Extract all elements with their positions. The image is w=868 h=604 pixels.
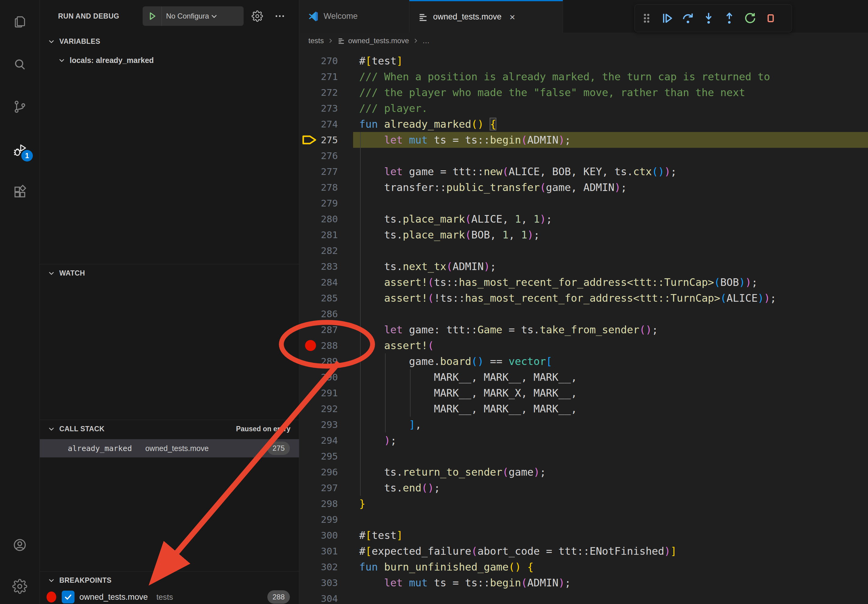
code-line-295[interactable]: 295 [299,448,868,464]
tab-welcome[interactable]: Welcome [299,0,409,33]
code-text[interactable]: assert!(ts::has_most_recent_for_address<… [359,274,758,290]
gutter-margin[interactable] [299,274,316,290]
step-over-icon[interactable] [679,8,697,29]
restart-icon[interactable] [741,8,759,29]
line-number[interactable]: 282 [316,245,338,256]
code-line-277[interactable]: 277 let game = ttt::new(ALICE, BOB, KEY,… [299,164,868,180]
gutter-margin[interactable] [299,69,316,85]
run-and-debug-icon[interactable]: 1 [0,139,40,162]
code-line-300[interactable]: 300#[test] [299,527,868,543]
code-line-288[interactable]: 288 assert!( [299,338,868,353]
line-number[interactable]: 291 [316,387,338,398]
code-line-285[interactable]: 285 assert!(!ts::has_most_recent_for_add… [299,290,868,306]
code-text[interactable]: /// player. [359,101,428,116]
code-line-275[interactable]: 275 let mut ts = ts::begin(ADMIN); [299,132,868,148]
line-number[interactable]: 297 [316,482,338,493]
gutter-margin[interactable] [299,322,316,338]
code-text[interactable]: ); [359,432,397,448]
line-number[interactable]: 288 [316,340,338,351]
gutter-margin[interactable] [299,259,316,274]
code-text[interactable]: game.board() == vector[ [359,353,552,369]
drag-grip-icon[interactable] [638,8,656,29]
line-number[interactable]: 298 [316,498,338,509]
gutter-margin[interactable] [299,369,316,385]
gutter-margin[interactable] [299,385,316,401]
call-stack-frame[interactable]: already_marked owned_tests.move 275 [40,439,299,457]
gutter-margin[interactable] [299,53,316,69]
code-line-278[interactable]: 278 transfer::public_transfer(game, ADMI… [299,180,868,195]
gutter-margin[interactable] [299,180,316,195]
gutter-margin[interactable] [299,306,316,322]
line-number[interactable]: 289 [316,356,338,367]
line-number[interactable]: 274 [316,119,338,130]
breakpoint-gutter[interactable] [299,338,316,353]
code-text[interactable]: } [359,496,365,511]
step-into-icon[interactable] [700,8,718,29]
line-number[interactable]: 300 [316,530,338,541]
gutter-margin[interactable] [299,448,316,464]
code-text[interactable]: #[test] [359,53,403,69]
gutter-margin[interactable] [299,148,316,164]
gutter-margin[interactable] [299,480,316,496]
gutter-margin[interactable] [299,243,316,259]
code-line-297[interactable]: 297 ts.end(); [299,480,868,496]
gutter-margin[interactable] [299,511,316,527]
config-dropdown-label[interactable]: No Configura [166,12,209,20]
code-text[interactable]: fun burn_unfinished_game() { [359,559,533,575]
code-line-294[interactable]: 294 ); [299,432,868,448]
current-line-gutter[interactable] [299,132,316,148]
line-number[interactable]: 303 [316,577,338,588]
code-text[interactable]: #[test] [359,527,403,543]
code-line-279[interactable]: 279 [299,195,868,211]
code-line-303[interactable]: 303 let mut ts = ts::begin(ADMIN); [299,575,868,591]
gutter-margin[interactable] [299,290,316,306]
line-number[interactable]: 271 [316,71,338,82]
code-line-296[interactable]: 296 ts.return_to_sender(game); [299,464,868,480]
start-debug-icon[interactable] [143,6,162,26]
line-number[interactable]: 294 [316,435,338,446]
code-text[interactable]: fun already_marked() { [359,116,496,132]
gutter-margin[interactable] [299,164,316,180]
explorer-icon[interactable] [0,10,40,34]
code-editor[interactable]: 270#[test]271/// When a position is alre… [299,49,868,604]
search-icon[interactable] [0,53,40,76]
gutter-margin[interactable] [299,543,316,559]
breakpoint-dot[interactable] [305,340,316,351]
line-number[interactable]: 296 [316,466,338,477]
gutter-margin[interactable] [299,432,316,448]
line-number[interactable]: 272 [316,87,338,98]
gutter-margin[interactable] [299,195,316,211]
breadcrumb-symbol[interactable]: … [422,37,430,45]
code-line-291[interactable]: 291 MARK__, MARK_X, MARK__, [299,385,868,401]
tab-owned-tests-move[interactable]: owned_tests.move × [409,0,563,33]
line-number[interactable]: 277 [316,166,338,177]
gutter-margin[interactable] [299,401,316,417]
line-number[interactable]: 275 [316,135,338,146]
gutter-margin[interactable] [299,464,316,480]
code-text[interactable]: let game: ttt::Game = ts.take_from_sende… [359,322,658,338]
line-number[interactable]: 273 [316,103,338,114]
code-text[interactable]: let mut ts = ts::begin(ADMIN); [359,132,571,148]
code-line-290[interactable]: 290 MARK__, MARK__, MARK__, [299,369,868,385]
line-number[interactable]: 281 [316,229,338,240]
line-number[interactable]: 284 [316,277,338,288]
code-line-292[interactable]: 292 MARK__, MARK__, MARK__, [299,401,868,417]
debug-config-dropdown[interactable]: No Configura [143,6,243,26]
code-text[interactable]: transfer::public_transfer(game, ADMIN); [359,180,627,195]
gutter-margin[interactable] [299,101,316,116]
code-text[interactable]: assert!(!ts::has_most_recent_for_address… [359,290,777,306]
code-text[interactable]: assert!( [359,338,434,353]
line-number[interactable]: 299 [316,514,338,525]
gutter-margin[interactable] [299,559,316,575]
code-text[interactable]: MARK__, MARK__, MARK__, [359,369,577,385]
variables-scope-locals[interactable]: locals: already_marked [40,52,299,68]
breakpoints-section-header[interactable]: BREAKPOINTS [40,573,299,588]
line-number[interactable]: 293 [316,419,338,430]
line-number[interactable]: 276 [316,150,338,161]
line-number[interactable]: 283 [316,261,338,272]
code-line-302[interactable]: 302fun burn_unfinished_game() { [299,559,868,575]
gutter-margin[interactable] [299,85,316,101]
code-text[interactable]: ts.end(); [359,480,440,496]
gutter-margin[interactable] [299,227,316,243]
line-number[interactable]: 304 [316,593,338,604]
